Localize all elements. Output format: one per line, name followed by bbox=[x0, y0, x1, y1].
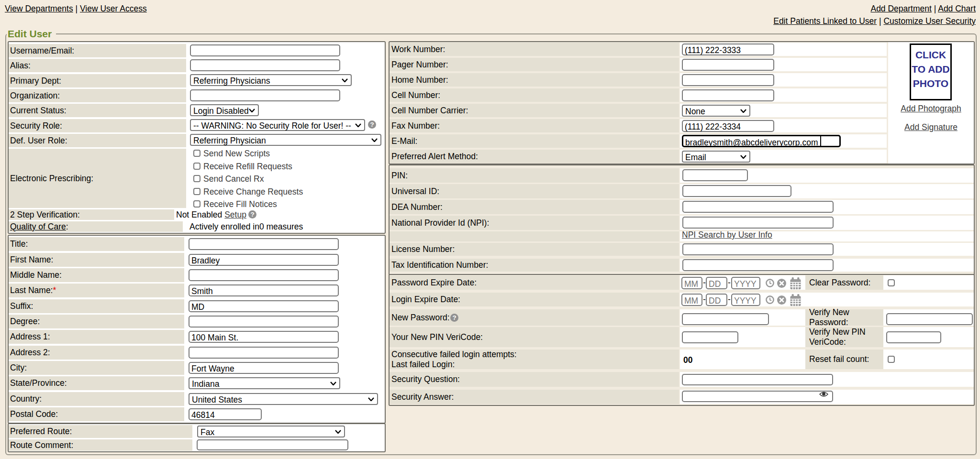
svg-text:?: ? bbox=[452, 314, 456, 321]
svg-text:?: ? bbox=[370, 121, 374, 128]
svg-text:?: ? bbox=[250, 211, 254, 218]
